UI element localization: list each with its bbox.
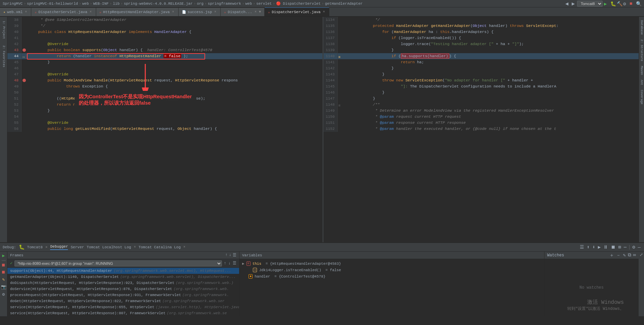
breadcrumb-servlet[interactable]: servlet bbox=[256, 2, 272, 6]
sidebar-structure[interactable]: 2: Structure bbox=[639, 37, 644, 63]
build-button[interactable]: 🔨 bbox=[617, 1, 622, 6]
tab-debugger[interactable]: Debugger bbox=[50, 245, 68, 250]
close-tomcat-catalina[interactable]: × bbox=[183, 245, 185, 249]
watches-edit-icon[interactable]: ✎ bbox=[623, 252, 626, 258]
tab-success-jsp[interactable]: 📄 success.jsp × bbox=[179, 7, 221, 16]
code-line-51: 51 ((HttpRequestHandler) handler).handle… bbox=[7, 96, 323, 102]
editor-tab-bar: ✦ web.xml × ☕ DispatcherServlet.java × ☕… bbox=[0, 7, 644, 17]
watches-add-icon[interactable]: ＋ bbox=[609, 252, 614, 258]
frames-up-icon[interactable]: ↑ bbox=[225, 253, 228, 258]
forward-button[interactable]: ▶ bbox=[571, 1, 576, 7]
frames-down-icon[interactable]: ↓ bbox=[229, 253, 231, 258]
debug-tool-more[interactable]: ⋯ bbox=[623, 244, 627, 250]
debug-red-icon[interactable]: ⏹ bbox=[1, 263, 6, 268]
tab-dispatcher1[interactable]: ☕ DispatcherServlet.java × bbox=[31, 7, 96, 16]
var-indent-handler bbox=[242, 275, 247, 279]
frame-item-7[interactable]: service(HttpServletRequest, HttpServletR… bbox=[7, 310, 239, 316]
frame-item-4[interactable]: processRequest(HttpServletRequest, HttpS… bbox=[7, 292, 239, 298]
breadcrumb-springframework[interactable]: springframework bbox=[208, 2, 241, 6]
debug-tool-resume[interactable]: ▶ bbox=[597, 244, 601, 250]
search-button[interactable]: 🔍 bbox=[636, 1, 641, 6]
breadcrumb-gethandler[interactable]: getHandlerAdapter bbox=[325, 2, 363, 6]
debug-tool-stop[interactable]: ⏹ bbox=[610, 245, 616, 250]
debug-instance-name[interactable]: Tomcat8 bbox=[27, 245, 43, 249]
var-expand-this[interactable]: ▶ bbox=[242, 261, 244, 266]
frame-item-5[interactable]: doGet(HttpServletRequest, HttpServletRes… bbox=[7, 298, 239, 304]
breadcrumb-web2[interactable]: web bbox=[245, 2, 252, 6]
settings-icon[interactable]: ⚙ bbox=[623, 1, 629, 6]
tab-http-handler[interactable]: ☕ HttpRequestHandlerAdapter.java × bbox=[96, 7, 179, 16]
thread-up[interactable]: ↑ bbox=[224, 261, 226, 266]
debug-button2[interactable]: 🐛 bbox=[610, 1, 616, 6]
java-icon3: ☕ bbox=[224, 10, 226, 14]
close-success-jsp[interactable]: × bbox=[214, 10, 217, 14]
frame-item-6[interactable]: service(HttpServletRequest, HttpServletR… bbox=[7, 304, 239, 310]
right-line-1150: 1150 * @param request current HTTP reque… bbox=[324, 114, 639, 120]
breadcrumb-jar[interactable]: spring-webmvc-4.0.0.RELEASE.jar bbox=[124, 2, 193, 6]
frames-filter-icon[interactable]: ☰ bbox=[233, 253, 236, 258]
debug-resume-icon[interactable]: ▶ bbox=[2, 253, 5, 258]
run-button[interactable]: ▶ bbox=[604, 1, 609, 6]
debug-orange-icon[interactable]: ✎ bbox=[2, 277, 5, 282]
thread-select[interactable]: *http-nio-8080-exec-9*@2,607 in group "m… bbox=[14, 260, 222, 266]
tab-dispatcher2[interactable]: ☕ DispatcherServlet.java × bbox=[265, 7, 329, 16]
debug-sidebar-expand[interactable]: ⤢ bbox=[640, 252, 643, 257]
tomcat-dropdown[interactable]: Tomcat8 bbox=[577, 1, 603, 7]
sidebar-coverage[interactable]: Coverage bbox=[639, 88, 644, 106]
tab-tomcat-catalina[interactable]: Tomcat Catalina Log bbox=[139, 245, 181, 249]
close-tomcat-localhost[interactable]: × bbox=[134, 245, 136, 249]
debug-tool-pause[interactable]: ⏸ bbox=[603, 245, 609, 250]
sidebar-maven[interactable]: Maven bbox=[639, 64, 644, 77]
watches-minus-icon[interactable]: － bbox=[616, 252, 621, 258]
breadcrumb-dispatcherservlet[interactable]: 🔴 DispatcherServlet bbox=[276, 1, 321, 6]
debug-tool-up[interactable]: ⬆ bbox=[586, 244, 590, 250]
frame-item-0[interactable]: supports(Object):44, HttpRequestHandlerA… bbox=[7, 268, 239, 274]
debug-red2-icon[interactable]: ⏹ bbox=[1, 270, 6, 275]
breadcrumb-org[interactable]: org bbox=[197, 2, 203, 6]
debug-close[interactable]: × bbox=[45, 245, 48, 249]
close-dispatcher2[interactable]: × bbox=[322, 10, 326, 14]
breadcrumb-springmvc[interactable]: SpringMVC bbox=[3, 2, 23, 6]
sidebar-ant[interactable]: Ant bbox=[639, 78, 644, 87]
frame-item-2[interactable]: doDispatch(HttpServletRequest, HttpServl… bbox=[7, 280, 239, 286]
debug-camera-icon[interactable]: 📷 bbox=[1, 284, 6, 290]
back-button[interactable]: ◀ bbox=[564, 1, 569, 7]
sidebar-project[interactable]: 1: Project bbox=[1, 18, 6, 42]
debug-tool-filter[interactable]: ☰ bbox=[579, 244, 585, 250]
debug-tool-down[interactable]: ⬇ bbox=[592, 244, 596, 250]
tab-tomcat-localhost[interactable]: Tomcat Localhost Log bbox=[87, 245, 131, 249]
frames-header: Frames ↑ ↓ ☰ bbox=[7, 252, 239, 259]
thread-down[interactable]: ↓ bbox=[228, 261, 231, 266]
close-dispatcher1[interactable]: × bbox=[89, 10, 92, 14]
tab-web-xml[interactable]: ✦ web.xml × bbox=[0, 7, 31, 16]
thread-row: ✓ *http-nio-8080-exec-9*@2,607 in group … bbox=[7, 259, 239, 268]
code-line-42: 42 @Override bbox=[7, 41, 323, 47]
right-line-1145: 1145 "]: The DispatcherServlet configura… bbox=[324, 83, 639, 89]
debug-settings2-icon[interactable]: ⚙ bbox=[2, 292, 5, 297]
watches-panel: Watches ＋ － ✎ ⧉ ∞ No watches bbox=[544, 252, 639, 316]
frame-item-1[interactable]: getHandlerAdapter(Object):1140, Dispatch… bbox=[7, 274, 239, 280]
watches-infinity-icon[interactable]: ∞ bbox=[633, 252, 636, 258]
breadcrumb-lib[interactable]: lib bbox=[113, 2, 120, 6]
breadcrumb-project[interactable]: springMVC-01-helloworld bbox=[27, 2, 78, 6]
code-line-48: 48 public ModelAndView handle(HttpServle… bbox=[7, 77, 323, 83]
close-http-handler[interactable]: × bbox=[172, 10, 175, 14]
close-web-xml[interactable]: × bbox=[24, 10, 28, 14]
breadcrumb-webinf[interactable]: WEB-INF bbox=[93, 2, 109, 6]
xml-icon: ✦ bbox=[3, 10, 5, 14]
breadcrumb-web[interactable]: web bbox=[82, 2, 89, 6]
tab-dispatch2[interactable]: ☕ Dispatch... × ▼ bbox=[221, 7, 265, 16]
frame-item-3[interactable]: doService(HttpServletRequest, HttpServle… bbox=[7, 286, 239, 292]
java-icon1: ☕ bbox=[35, 10, 37, 14]
tab-server[interactable]: Server bbox=[71, 245, 84, 249]
watches-copy-icon[interactable]: ⧉ bbox=[628, 252, 631, 258]
close-dispatch2[interactable]: × bbox=[254, 10, 257, 14]
debug-tool-settings[interactable]: ⚙ bbox=[632, 244, 636, 250]
thread-filter[interactable]: ☰ bbox=[233, 261, 236, 266]
breadcrumb-bar: SpringMVC › springMVC-01-helloworld › we… bbox=[0, 0, 644, 7]
debug-tool-grid[interactable]: ⊞ bbox=[617, 244, 621, 250]
stop-button[interactable]: ■ bbox=[630, 1, 635, 6]
sidebar-database[interactable]: Database bbox=[639, 18, 644, 37]
debug-tool-minimize[interactable]: — bbox=[637, 245, 641, 250]
sidebar-favorites[interactable]: 2: Favorites bbox=[1, 43, 6, 70]
